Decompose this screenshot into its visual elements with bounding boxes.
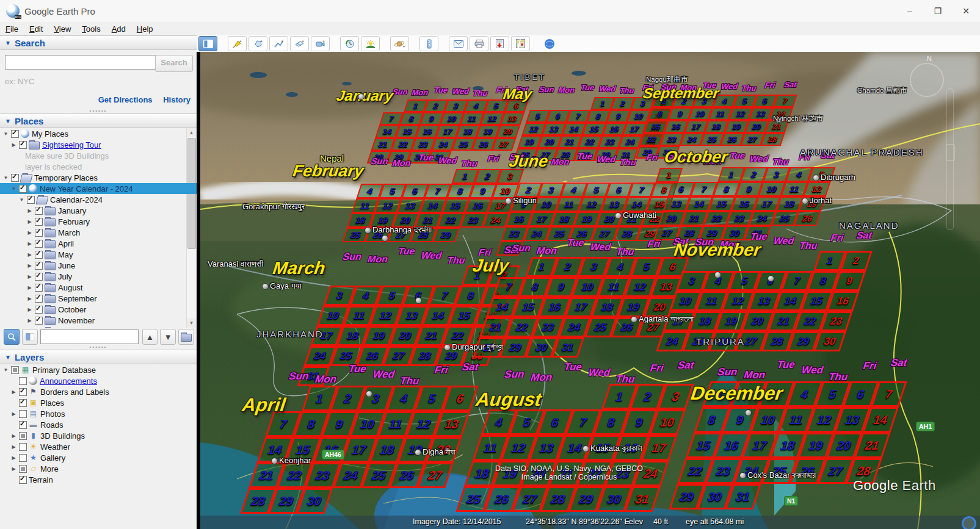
new-folder-button[interactable] <box>178 329 194 345</box>
expander-icon[interactable]: ▶ <box>10 466 17 472</box>
expander-icon[interactable]: ▶ <box>10 411 17 417</box>
zoom-knob[interactable] <box>946 144 955 161</box>
expander-icon[interactable]: ▶ <box>26 263 33 268</box>
expander-icon[interactable]: ▶ <box>10 455 17 461</box>
menu-add[interactable]: Add <box>106 24 131 34</box>
expander-icon[interactable]: ▶ <box>26 307 33 312</box>
expander-icon[interactable]: ▶ <box>10 142 17 148</box>
add-image-overlay-button[interactable]: + <box>290 36 309 51</box>
search-input[interactable] <box>5 55 156 70</box>
expander-icon[interactable]: ▶ <box>26 252 33 257</box>
menu-tools[interactable]: Tools <box>76 24 106 34</box>
get-directions-link[interactable]: Get Directions <box>98 95 153 104</box>
tree-item-places[interactable]: ▣Places <box>0 397 197 408</box>
expander-icon[interactable]: ▶ <box>26 208 33 214</box>
expander-icon[interactable]: ▼ <box>18 197 25 203</box>
placemark-dot[interactable] <box>382 235 388 242</box>
tree-item-february[interactable]: ▶February <box>0 216 197 227</box>
checkbox[interactable] <box>11 130 19 138</box>
placemark-dot[interactable] <box>366 390 372 397</box>
earth-button[interactable] <box>540 37 558 51</box>
tree-item-announcements[interactable]: Announcements <box>0 375 197 386</box>
places-panel-header[interactable]: ▼ Places <box>0 113 197 128</box>
expander-icon[interactable]: ▶ <box>26 219 33 225</box>
checkbox[interactable] <box>19 421 27 429</box>
expander-icon[interactable]: ▶ <box>26 241 33 247</box>
tree-item-january[interactable]: ▶January <box>0 205 197 216</box>
placemark-dot[interactable] <box>365 227 371 234</box>
minimize-button[interactable]: – <box>896 0 924 22</box>
placemark-dot[interactable] <box>505 198 512 204</box>
tree-item-photos[interactable]: ▶▤Photos <box>0 408 197 419</box>
tree-item-borders-and-labels[interactable]: ▶⚑Borders and Labels <box>0 386 197 397</box>
search-button[interactable]: Search <box>155 55 193 72</box>
ruler-button[interactable] <box>419 36 438 51</box>
tree-item-weather[interactable]: ▶☀Weather <box>0 441 197 452</box>
add-path-button[interactable]: + <box>269 36 288 51</box>
menu-file[interactable]: File <box>0 24 24 34</box>
layers-panel-header[interactable]: ▼ Layers <box>0 350 197 364</box>
placemark-dot[interactable] <box>739 472 746 479</box>
tree-item-gallery[interactable]: ▶★Gallery <box>0 452 197 463</box>
maximize-button[interactable]: ❐ <box>924 0 952 22</box>
checkbox[interactable] <box>35 295 43 303</box>
checkbox[interactable] <box>35 284 43 292</box>
add-polygon-button[interactable]: + <box>249 36 267 51</box>
menu-view[interactable]: View <box>48 24 76 34</box>
tree-item-september[interactable]: ▶September <box>0 293 197 304</box>
expander-icon[interactable]: ▶ <box>26 274 33 279</box>
checkbox[interactable] <box>19 476 27 484</box>
checkbox[interactable] <box>19 141 27 149</box>
checkbox[interactable] <box>19 377 27 385</box>
checkbox[interactable] <box>35 317 43 325</box>
checkbox[interactable] <box>35 273 43 281</box>
placemark-dot[interactable] <box>802 198 808 204</box>
print-button[interactable] <box>470 36 488 51</box>
expander-icon[interactable]: ▶ <box>26 318 33 323</box>
historical-imagery-button[interactable] <box>340 36 359 51</box>
placemark-dot[interactable] <box>444 344 451 351</box>
tree-item-march[interactable]: ▶March <box>0 227 197 238</box>
menu-help[interactable]: Help <box>131 24 159 34</box>
view-in-google-maps-button[interactable] <box>511 36 530 51</box>
tree-item-3d-buildings[interactable]: ▶▮3D Buildings <box>0 430 197 441</box>
checkbox[interactable] <box>35 229 43 237</box>
tree-item-october[interactable]: ▶October <box>0 304 197 315</box>
tree-item-layer-is-checked[interactable]: layer is checked <box>0 161 197 172</box>
checkbox[interactable] <box>35 240 43 248</box>
checkbox[interactable] <box>35 218 43 226</box>
tree-item-new-year-calendar-2024[interactable]: ▼New Year Calendar - 2024 <box>0 183 197 194</box>
toggle-panel-button[interactable] <box>22 329 38 345</box>
placemark-dot[interactable] <box>745 409 752 416</box>
tree-item-calendar-2024[interactable]: ▼Calendar-2024 <box>0 194 197 205</box>
places-filter-input[interactable] <box>40 329 139 344</box>
placemark-dot[interactable] <box>631 316 637 323</box>
add-placemark-button[interactable]: + <box>228 36 247 51</box>
search-places-button[interactable] <box>4 329 20 345</box>
checkbox[interactable] <box>19 410 27 418</box>
placemark-dot[interactable] <box>358 93 365 100</box>
tree-item-temporary-places[interactable]: ▼Temporary Places <box>0 172 197 183</box>
tree-item-make-sure-3d-buildings[interactable]: Make sure 3D Buildings <box>0 150 197 161</box>
tree-item-more[interactable]: ▶▱More <box>0 463 197 474</box>
tree-item-sightseeing-tour[interactable]: ▶Sightseeing Tour <box>0 139 197 150</box>
expander-icon[interactable]: ▼ <box>2 175 9 181</box>
move-up-button[interactable]: ▲ <box>142 329 158 345</box>
placemark-dot[interactable] <box>415 297 422 304</box>
checkbox[interactable] <box>19 465 27 473</box>
tree-item-june[interactable]: ▶June <box>0 260 197 271</box>
history-link[interactable]: History <box>163 95 191 104</box>
expander-icon[interactable]: ▶ <box>10 433 17 439</box>
checkbox[interactable] <box>27 196 35 204</box>
tree-item-my-places[interactable]: ▼My Places <box>0 128 197 139</box>
map-viewport[interactable]: N Data SIO, NOAA, U.S. Navy, NGA, GEBCO … <box>197 52 980 529</box>
checkbox[interactable] <box>19 399 27 407</box>
expander-icon[interactable]: ▶ <box>26 296 33 301</box>
expander-icon[interactable]: ▶ <box>10 389 17 395</box>
placemark-dot[interactable] <box>768 275 774 282</box>
zoom-slider[interactable] <box>946 88 954 230</box>
tree-item-roads[interactable]: ▬Roads <box>0 419 197 430</box>
placemark-dot[interactable] <box>583 445 589 452</box>
checkbox[interactable] <box>35 306 43 314</box>
placemark-dot[interactable] <box>615 212 622 219</box>
